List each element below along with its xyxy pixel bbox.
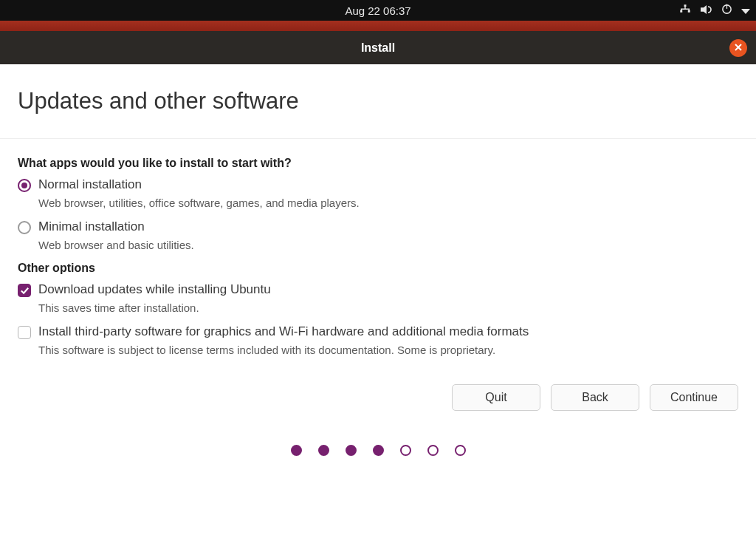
progress-dot xyxy=(427,445,439,456)
option-description: This saves time after installation. xyxy=(38,301,738,314)
back-button[interactable]: Back xyxy=(551,384,639,411)
window-titlebar: Install xyxy=(0,31,756,64)
option-label: Install third-party software for graphic… xyxy=(38,324,529,339)
network-icon[interactable] xyxy=(678,4,692,17)
option-label: Minimal installation xyxy=(38,219,145,234)
svg-marker-7 xyxy=(701,5,707,14)
quit-button[interactable]: Quit xyxy=(452,384,540,411)
radio-icon xyxy=(18,221,31,234)
checkbox-icon xyxy=(18,284,31,297)
svg-rect-5 xyxy=(681,9,682,10)
option-download-updates[interactable]: Download updates while installing Ubuntu xyxy=(18,282,738,297)
close-icon xyxy=(735,43,742,52)
clock[interactable]: Aug 22 06:37 xyxy=(345,4,410,17)
progress-dot xyxy=(400,445,411,456)
system-top-bar: Aug 22 06:37 xyxy=(0,0,756,21)
window-close-button[interactable] xyxy=(729,39,747,57)
option-description: Web browser and basic utilities. xyxy=(38,239,738,251)
button-row: Quit Back Continue xyxy=(0,366,756,411)
option-description: Web browser, utilities, office software,… xyxy=(38,197,738,209)
accent-strip xyxy=(0,21,756,31)
progress-indicator xyxy=(0,445,756,456)
option-label: Download updates while installing Ubuntu xyxy=(38,282,271,297)
power-icon[interactable] xyxy=(721,4,732,17)
checkbox-icon xyxy=(18,326,31,339)
svg-rect-9 xyxy=(726,4,727,9)
svg-rect-6 xyxy=(689,9,690,10)
progress-dot xyxy=(346,445,357,456)
volume-icon[interactable] xyxy=(701,4,712,17)
dropdown-caret-icon[interactable] xyxy=(741,4,750,17)
progress-dot xyxy=(455,445,466,456)
divider xyxy=(0,138,756,139)
svg-marker-10 xyxy=(741,9,750,14)
option-minimal-install[interactable]: Minimal installation xyxy=(18,219,738,234)
continue-button[interactable]: Continue xyxy=(650,384,738,411)
other-options-heading: Other options xyxy=(18,262,738,275)
option-normal-install[interactable]: Normal installation xyxy=(18,177,738,192)
svg-rect-0 xyxy=(684,4,687,7)
option-label: Normal installation xyxy=(38,177,142,192)
page-title: Updates and other software xyxy=(18,88,738,115)
window-title: Install xyxy=(361,41,395,55)
apps-question: What apps would you like to install to s… xyxy=(18,157,738,170)
progress-dot xyxy=(318,445,329,456)
option-third-party[interactable]: Install third-party software for graphic… xyxy=(18,324,738,339)
svg-rect-4 xyxy=(681,8,690,10)
progress-dot xyxy=(373,445,384,456)
progress-dot xyxy=(291,445,302,456)
radio-icon xyxy=(18,179,31,192)
option-description: This software is subject to license term… xyxy=(38,344,738,356)
